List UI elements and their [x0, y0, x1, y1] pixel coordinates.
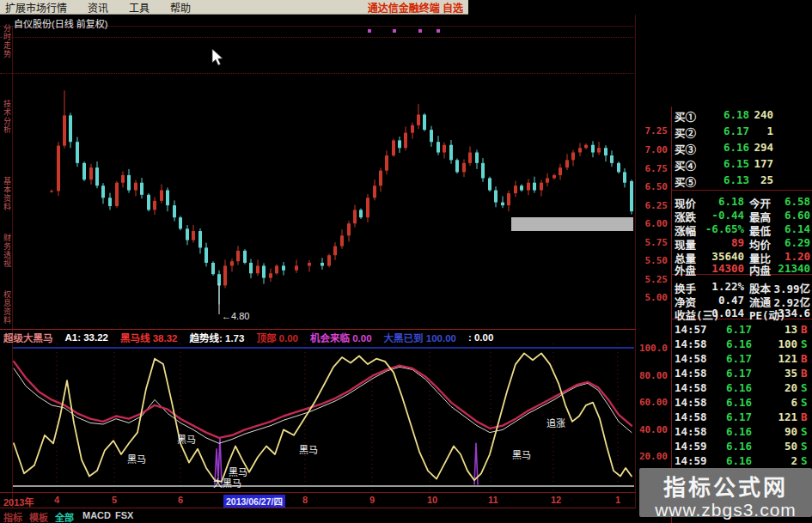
- tape-row-2[interactable]: 14:586.16100S: [675, 338, 812, 350]
- candle-body: [108, 198, 112, 206]
- sidebar-tab-4[interactable]: 财务透视: [1, 234, 12, 268]
- tape-volume: 50: [746, 440, 797, 453]
- sidebar-tab-2[interactable]: 技术分析: [1, 100, 12, 134]
- bid-volume: 294: [722, 141, 773, 154]
- tape-price: 6.16: [699, 396, 752, 409]
- tape-price: 6.16: [699, 454, 752, 467]
- menu-item-3[interactable]: 工具: [129, 0, 150, 15]
- candle-body: [256, 266, 259, 274]
- candle-body: [501, 203, 504, 206]
- param-dahei: 大黑已到 100.00: [384, 331, 456, 344]
- stat-value: 6.29: [756, 236, 810, 249]
- tape-price: 6.17: [699, 410, 752, 423]
- candle-body: [520, 185, 523, 190]
- menu-item-1[interactable]: 扩展市场行情: [5, 0, 67, 15]
- site-watermark: 指标公式网 www.zbgs3.com: [639, 468, 812, 517]
- price-axis-label: 6.25: [637, 200, 668, 211]
- candle-body: [166, 191, 169, 206]
- candle-body: [379, 171, 382, 186]
- candle-body: [192, 231, 195, 240]
- date-axis-border: [0, 508, 636, 508]
- date-axis-year: 2013年: [3, 495, 34, 508]
- watermark-url: www.zbgs3.com: [639, 500, 812, 520]
- date-tick: 1: [615, 495, 620, 505]
- price-axis-label: 5.25: [637, 274, 668, 285]
- candle-body: [359, 210, 363, 217]
- tape-side: B: [801, 323, 808, 336]
- price-axis-label: 5.00: [637, 292, 668, 303]
- mouse-cursor-icon: [211, 48, 225, 67]
- indicator-axis-label: 20.00: [637, 451, 668, 462]
- drag-selection-box: [511, 217, 633, 231]
- bid-volume: 1: [722, 125, 773, 137]
- candle-body: [347, 223, 351, 235]
- tape-side: S: [801, 396, 808, 409]
- bottom-tab-macd[interactable]: MACD: [82, 510, 111, 520]
- candle-body: [597, 148, 601, 152]
- menu-item-2[interactable]: 资讯: [88, 0, 108, 15]
- tape-row-1[interactable]: 14:576.1713B: [675, 323, 812, 336]
- tape-row-3[interactable]: 14:586.17121B: [675, 352, 812, 365]
- tape-price: 6.17: [699, 352, 752, 365]
- candle-body: [211, 263, 215, 274]
- candle-body: [101, 185, 105, 198]
- tape-row-4[interactable]: 14:586.1735B: [675, 367, 812, 380]
- bottom-tab-fsx[interactable]: FSX: [115, 510, 133, 520]
- fund-stat-row-3: 收益(三)0.014PE(动)334.6: [675, 307, 812, 319]
- candle-body: [540, 183, 543, 191]
- tape-row-8[interactable]: 14:586.1690S: [675, 425, 812, 438]
- candle-body: [565, 160, 569, 167]
- tape-side: S: [801, 440, 808, 453]
- candle-body: [533, 183, 536, 191]
- menu-items: 扩展市场行情资讯工具帮助: [5, 0, 211, 15]
- candle-body: [584, 145, 588, 149]
- chart-gridline-upper: [0, 73, 634, 74]
- tape-price: 6.16: [699, 440, 752, 453]
- candle-body: [63, 115, 66, 145]
- candle-body: [69, 115, 72, 142]
- candle-body: [385, 155, 388, 171]
- tape-row-7[interactable]: 14:586.17121B: [675, 410, 812, 423]
- candle-body: [430, 130, 433, 142]
- candle-body: [308, 263, 311, 266]
- candle-body: [57, 146, 60, 192]
- tape-row-5[interactable]: 14:586.1620S: [675, 381, 812, 394]
- date-tick: 12: [551, 495, 561, 505]
- bid-volume: 240: [722, 108, 773, 121]
- signal-label: 黑马: [299, 442, 318, 456]
- candle-body: [494, 191, 498, 203]
- price-axis-label: 6.00: [637, 218, 668, 229]
- bottom-tab-指标[interactable]: 指标: [3, 510, 22, 523]
- candle-body: [411, 125, 414, 133]
- tape-row-6[interactable]: 14:586.166S: [675, 396, 812, 409]
- tape-row-10[interactable]: 14:596.162S: [675, 454, 812, 467]
- sidebar-tab-1[interactable]: 分时走势: [1, 24, 12, 58]
- date-tick: 9: [369, 495, 375, 505]
- tape-side: B: [801, 410, 808, 423]
- low-annotation-label: ←4.80: [222, 311, 249, 321]
- tape-row-9[interactable]: 14:596.1650S: [675, 440, 812, 453]
- candle-body: [507, 193, 510, 205]
- param-heima-line: 黑马线 38.32: [120, 331, 177, 344]
- candle-body: [623, 172, 626, 182]
- tape-side: S: [801, 425, 808, 438]
- candle-body: [373, 185, 376, 198]
- price-axis-label: 6.75: [637, 163, 668, 174]
- menu-item-4[interactable]: 帮助: [170, 0, 191, 15]
- candle-body: [321, 263, 324, 266]
- tape-price: 6.16: [699, 425, 752, 438]
- date-tick: 8: [302, 495, 308, 505]
- trading-terminal-window: 扩展市场行情资讯工具帮助 通达信金融终端 自选 自仪股份(日线 前复权) ←4.…: [0, 0, 812, 523]
- stat-value: 35640: [690, 250, 744, 263]
- sidebar-tab-5[interactable]: 权息资料: [1, 290, 12, 325]
- candle-body: [115, 183, 119, 206]
- bottom-tab-模板[interactable]: 模板: [29, 510, 48, 523]
- sidebar-tab-3[interactable]: 基本资料: [1, 177, 12, 211]
- chart-gridline-top: [0, 37, 634, 38]
- tape-volume: 90: [746, 425, 797, 438]
- bottom-tab-全部[interactable]: 全部: [55, 510, 74, 523]
- param-trend-line: 趋势线: 1.73: [190, 331, 245, 344]
- stat-value: 6.14: [756, 222, 810, 235]
- signal-mark-icon: [393, 29, 396, 33]
- candle-body: [488, 178, 491, 190]
